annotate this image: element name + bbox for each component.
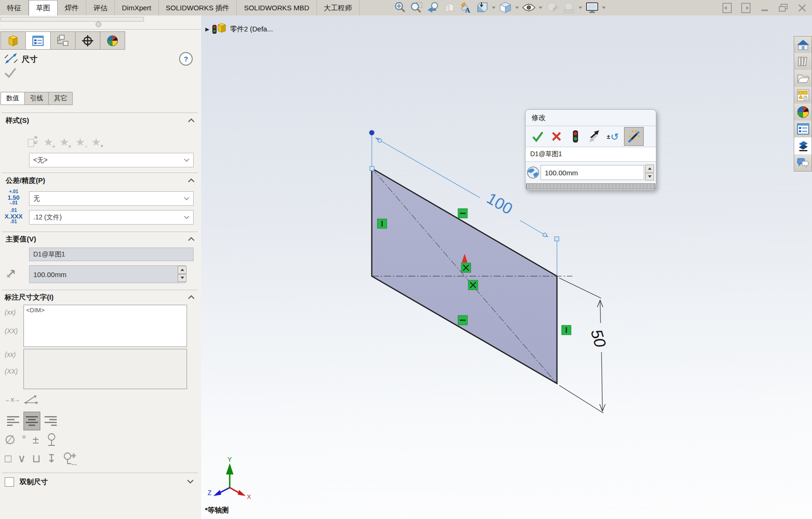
restore-button[interactable]	[778, 2, 789, 14]
zoom-to-area-button[interactable]	[409, 0, 423, 15]
spin-down-button[interactable]	[178, 274, 187, 282]
dual-dimension-checkbox[interactable]	[5, 477, 14, 487]
align-center-button[interactable]	[23, 412, 40, 430]
display-style-dropdown-caret[interactable]	[539, 7, 542, 9]
tab-display-manager[interactable]	[100, 31, 125, 50]
task-pane-forum-button[interactable]	[794, 154, 812, 172]
task-pane-view-palette-button[interactable]	[794, 87, 812, 104]
vertical-constraint-left[interactable]	[377, 219, 387, 228]
sketch-point-b[interactable]	[555, 237, 559, 241]
apply-scene-box-button[interactable]	[475, 0, 489, 15]
paren-upper-icon[interactable]: (XX)	[5, 368, 18, 375]
style-section-header[interactable]: 样式(S)	[6, 116, 29, 125]
dimension-50[interactable]: 50	[559, 278, 609, 413]
primary-value-section-header[interactable]: 主要值(V)	[6, 235, 36, 244]
style-dropdown[interactable]: <无>	[29, 153, 194, 167]
align-right-button[interactable]	[42, 412, 59, 430]
edit-appearance-button[interactable]	[545, 0, 559, 15]
offset-text-button[interactable]: ←x→	[5, 396, 20, 403]
intersection-constraint-1[interactable]	[461, 263, 471, 272]
tab-dimxpert-manager[interactable]	[75, 31, 100, 50]
help-button[interactable]: ?	[179, 52, 193, 66]
minimize-button[interactable]	[759, 2, 770, 14]
task-pane-appearances-button[interactable]	[794, 104, 812, 121]
dimension-name-field[interactable]: D1@草图1	[526, 147, 656, 162]
panel-drag-handle[interactable]	[96, 22, 101, 27]
sketch-point-a[interactable]	[370, 166, 374, 171]
tree-expand-arrow[interactable]: ▶	[205, 26, 209, 32]
tab-weldments[interactable]: 焊件	[58, 0, 86, 15]
spin-up-button[interactable]	[178, 266, 187, 274]
dim-handle-right[interactable]	[543, 233, 547, 237]
download-style-button[interactable]: ★▾	[89, 135, 103, 149]
spin-down-button[interactable]	[645, 173, 654, 181]
delete-style-button[interactable]: ★×	[57, 135, 71, 149]
tab-property-manager[interactable]	[26, 31, 51, 50]
thumbwheel-slider[interactable]	[526, 183, 655, 189]
dimension-value-input[interactable]: 100.00mm	[541, 165, 644, 180]
task-pane-design-library-button[interactable]	[794, 53, 812, 70]
tab-features[interactable]: 特征	[0, 0, 29, 15]
save-style-button[interactable]: ★▫	[73, 135, 87, 149]
reverse-direction-button[interactable]	[586, 128, 601, 145]
dimension-text-input[interactable]: <DIM>	[23, 305, 187, 347]
view-settings-button[interactable]	[585, 0, 599, 15]
scene-dropdown-caret[interactable]	[579, 7, 582, 9]
add-style-button[interactable]: ★+	[41, 135, 55, 149]
plus-minus-symbol-button[interactable]: ±	[32, 433, 38, 446]
tab-dimxpert[interactable]: DimXpert	[115, 0, 159, 15]
dim-50-text[interactable]: 50	[587, 327, 609, 349]
dimension-text-section-header[interactable]: 标注尺寸文字(I)	[5, 293, 53, 302]
close-button[interactable]	[797, 2, 807, 14]
zoom-to-fit-button[interactable]	[393, 0, 407, 15]
dual-dimension-label[interactable]: 双制尺寸	[20, 478, 48, 487]
view-orientation-dropdown-caret[interactable]	[515, 7, 519, 9]
modify-dialog[interactable]: 修改 ± ↺	[525, 109, 656, 190]
collapse-chevron-icon[interactable]	[188, 295, 195, 299]
accept-button[interactable]	[530, 128, 545, 145]
apply-scene-dropdown-caret[interactable]	[492, 7, 496, 9]
centerline-symbol-button[interactable]	[45, 432, 59, 447]
degree-symbol-button[interactable]: °	[22, 434, 26, 446]
square-symbol-button[interactable]: □	[5, 452, 12, 465]
cancel-button[interactable]	[549, 128, 564, 145]
tab-mbd[interactable]: SOLIDWORKS MBD	[237, 0, 316, 15]
selected-vertex-dot[interactable]	[369, 130, 375, 135]
collapse-chevron-icon[interactable]	[188, 118, 195, 122]
modify-dialog-title[interactable]: 修改	[526, 110, 656, 126]
annotation-views-button[interactable]: A	[459, 0, 473, 15]
load-style-button[interactable]	[25, 135, 39, 149]
task-pane-home-button[interactable]	[794, 36, 812, 54]
horizontal-constraint-top[interactable]	[458, 209, 467, 218]
scene-button[interactable]	[562, 0, 576, 15]
tab-addins[interactable]: SOLIDWORKS 插件	[159, 0, 237, 15]
dimension-value-field[interactable]: 100.00mm	[29, 265, 186, 283]
paren-upper-icon[interactable]: (XX)	[5, 327, 18, 335]
collapse-chevron-icon[interactable]	[188, 237, 195, 241]
units-globe-icon[interactable]	[526, 166, 540, 179]
intersection-constraint-2[interactable]	[468, 280, 478, 290]
horizontal-constraint-bottom[interactable]	[458, 316, 467, 325]
graphics-area[interactable]: 100 50	[201, 15, 812, 519]
align-left-button[interactable]	[5, 412, 22, 430]
feature-tree-root[interactable]: ▶ 零件2 (Defa...	[205, 23, 273, 35]
depth-symbol-button[interactable]: ↧	[47, 452, 56, 465]
previous-view-button[interactable]	[426, 0, 440, 15]
tab-configuration-manager[interactable]	[51, 31, 75, 50]
reset-spin-increment-button[interactable]: ± ↺	[605, 128, 620, 145]
ok-check-icon[interactable]	[4, 67, 17, 78]
expand-chevron-icon[interactable]	[187, 479, 194, 483]
rebuild-button[interactable]	[568, 128, 583, 145]
part-name-label[interactable]: 零件2 (Defa...	[230, 25, 273, 34]
dock-pane-right-button[interactable]	[741, 2, 751, 14]
collapse-chevron-icon[interactable]	[188, 178, 195, 182]
dimension-text-secondary-input[interactable]	[23, 349, 187, 389]
tab-feature-manager[interactable]	[0, 31, 26, 50]
task-pane-file-explorer-button[interactable]	[794, 70, 812, 87]
tab-evaluate[interactable]: 评估	[86, 0, 115, 15]
spin-up-button[interactable]	[645, 165, 654, 173]
diameter-symbol-button[interactable]: ∅	[5, 433, 15, 447]
paren-lower-icon[interactable]: (xx)	[5, 351, 15, 358]
angle-dimension-button[interactable]	[23, 393, 39, 406]
view-orientation-button[interactable]	[498, 0, 512, 15]
